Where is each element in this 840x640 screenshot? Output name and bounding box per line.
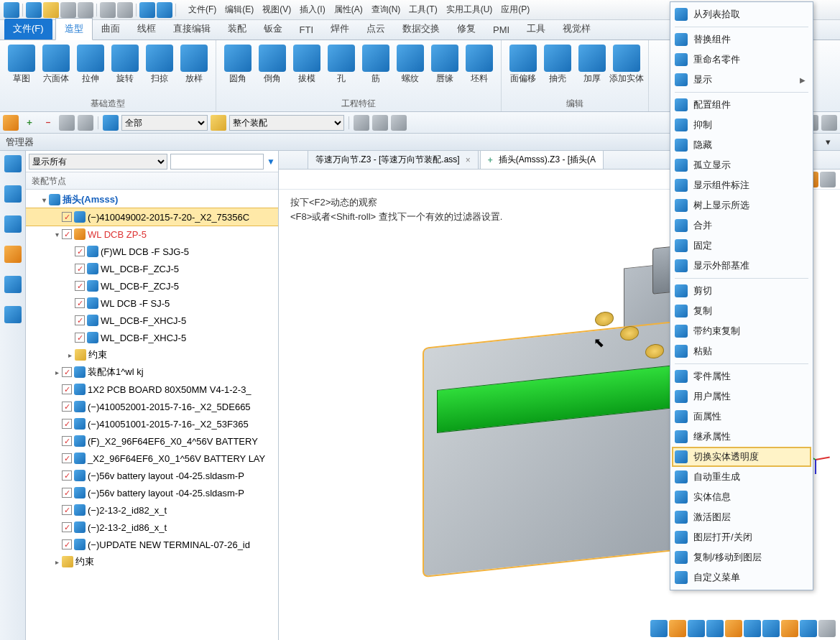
context-menu-item[interactable]: 隐藏 bbox=[672, 135, 811, 155]
tree-node[interactable]: (−)410049002-2015-7-20-_X2_75356C bbox=[26, 208, 278, 226]
bt-icon[interactable] bbox=[744, 620, 761, 637]
tab[interactable]: 视觉样 bbox=[554, 19, 599, 40]
tree-node[interactable]: (−)56v battery layout -04-25.sldasm-P bbox=[26, 467, 278, 484]
context-menu-item[interactable]: 带约束复制 bbox=[672, 321, 811, 341]
menu-attr[interactable]: 属性(A) bbox=[330, 1, 367, 19]
menu-insert[interactable]: 插入(I) bbox=[295, 1, 329, 19]
context-menu-item[interactable]: 自动重生成 bbox=[672, 467, 811, 487]
context-menu-item[interactable]: 重命名零件 bbox=[672, 50, 811, 70]
tree-node[interactable]: _X2_96F64EF6_X0_1^56V BATTERY LAY bbox=[26, 450, 278, 467]
tree-node[interactable]: (−)UPDATE NEW TERMINAL-07-26_id bbox=[26, 536, 278, 553]
context-menu-item[interactable]: 从列表拾取 bbox=[672, 4, 811, 24]
bt-icon[interactable] bbox=[781, 620, 798, 637]
tree-node[interactable]: 1X2 PCB BOARD 80X50MM V4-1-2-3_ bbox=[26, 381, 278, 398]
tab[interactable]: 点云 bbox=[358, 19, 394, 40]
context-menu-item[interactable]: 继承属性 bbox=[672, 427, 811, 447]
filter-combo-2[interactable]: 整个装配 bbox=[229, 115, 344, 131]
bt-icon[interactable] bbox=[800, 620, 817, 637]
context-menu-item[interactable]: 显示▶ bbox=[672, 70, 811, 90]
context-menu-item[interactable]: 面属性 bbox=[672, 407, 811, 427]
tab[interactable]: 线框 bbox=[129, 19, 165, 40]
tree-node[interactable]: (−)410051001-2015-7-16-_X2_53F365 bbox=[26, 415, 278, 432]
tab-file[interactable]: 文件(F) bbox=[4, 19, 52, 40]
ribbon-button[interactable]: 六面体 bbox=[39, 43, 73, 96]
tree-node[interactable]: WL_DCB-F_XHCJ-5 bbox=[26, 312, 278, 329]
ribbon-button[interactable]: 面偏移 bbox=[506, 43, 540, 96]
context-menu-item[interactable]: 孤立显示 bbox=[672, 155, 811, 175]
context-menu-item[interactable]: 复制/移动到图层 bbox=[672, 547, 811, 567]
tab[interactable]: 修复 bbox=[448, 19, 484, 40]
ribbon-button[interactable]: 坯料 bbox=[462, 43, 497, 96]
tree-node[interactable]: WL DCB -F SJ-5 bbox=[26, 295, 278, 312]
collapse-icon[interactable]: ▾ bbox=[826, 136, 837, 148]
layers-icon[interactable] bbox=[4, 215, 22, 233]
menu-util[interactable]: 实用工具(U) bbox=[442, 1, 497, 19]
tree-node[interactable]: ▾插头(Amsss) bbox=[26, 191, 278, 208]
undo-icon[interactable] bbox=[100, 2, 116, 18]
tab[interactable]: 直接编辑 bbox=[165, 19, 219, 40]
tab[interactable]: 曲面 bbox=[93, 19, 129, 40]
bt-icon[interactable] bbox=[725, 620, 742, 637]
redo-icon[interactable] bbox=[117, 2, 133, 18]
doc-tab-inactive[interactable]: 等速万向节.Z3 - [等速万向节装配.ass]× bbox=[308, 150, 479, 169]
tree-node[interactable]: (−)2-13-2_id82_x_t bbox=[26, 501, 278, 519]
menu-view[interactable]: 视图(V) bbox=[258, 1, 295, 19]
filter-icon[interactable]: ▼ bbox=[267, 157, 275, 167]
browser-icon[interactable] bbox=[4, 155, 22, 172]
doc-tab-active[interactable]: + 插头(Amsss).Z3 - [插头(A bbox=[480, 150, 604, 169]
ribbon-button[interactable]: 草图 bbox=[4, 43, 39, 96]
save-icon[interactable] bbox=[60, 2, 76, 18]
ribbon-button[interactable]: 拉伸 bbox=[73, 43, 108, 96]
tab-active[interactable]: 造型 bbox=[55, 18, 93, 40]
tree-node[interactable]: ▸约束 bbox=[26, 553, 278, 570]
tab[interactable]: PMI bbox=[484, 21, 518, 40]
tree-body[interactable]: ▾插头(Amsss)(−)410049002-2015-7-20-_X2_753… bbox=[26, 190, 278, 640]
grid-icon[interactable] bbox=[59, 115, 75, 131]
ribbon-button[interactable]: 加厚 bbox=[575, 43, 609, 96]
ribbon-button[interactable]: 圆角 bbox=[221, 43, 255, 96]
tree-node[interactable]: ▸约束 bbox=[26, 346, 278, 363]
tree-node[interactable]: WL_DCB-F_XHCJ-5 bbox=[26, 329, 278, 346]
context-menu-item[interactable]: 粘贴 bbox=[672, 341, 811, 361]
context-menu-item[interactable]: 显示组件标注 bbox=[672, 175, 811, 195]
plus-icon[interactable]: ＋ bbox=[22, 115, 37, 131]
tree-node[interactable]: WL_DCB-F_ZCJ-5 bbox=[26, 260, 278, 277]
rt4-icon[interactable] bbox=[821, 115, 837, 131]
tool-icon[interactable] bbox=[139, 2, 155, 18]
context-menu-item[interactable]: 固定 bbox=[672, 236, 811, 256]
ribbon-button[interactable]: 添加实体 bbox=[609, 43, 644, 96]
context-menu-item[interactable]: 剪切 bbox=[672, 281, 811, 301]
ribbon-button[interactable]: 扫掠 bbox=[142, 43, 177, 96]
tree-node[interactable]: (−)56v battery layout -04-25.sldasm-P bbox=[26, 484, 278, 501]
context-menu-item[interactable]: 复制 bbox=[672, 301, 811, 321]
context-menu-item[interactable]: 显示外部基准 bbox=[672, 256, 811, 276]
tab[interactable]: FTI bbox=[291, 21, 323, 40]
bt-icon[interactable] bbox=[818, 620, 836, 637]
tree-node[interactable]: (−)2-13-2_id86_x_t bbox=[26, 519, 278, 536]
tree-node[interactable]: WL_DCB-F_ZCJ-5 bbox=[26, 277, 278, 295]
t2-icon[interactable] bbox=[372, 115, 388, 131]
tree-show-combo[interactable]: 显示所有 bbox=[29, 154, 167, 170]
render-icon[interactable] bbox=[4, 246, 22, 263]
tab[interactable]: 工具 bbox=[518, 19, 554, 40]
ribbon-button[interactable]: 抽壳 bbox=[540, 43, 575, 96]
menu-query[interactable]: 查询(N) bbox=[367, 1, 405, 19]
context-menu-item[interactable]: 图层打开/关闭 bbox=[672, 527, 811, 547]
ribbon-button[interactable]: 旋转 bbox=[108, 43, 142, 96]
grid2-icon[interactable] bbox=[78, 115, 93, 131]
bt-icon[interactable] bbox=[650, 620, 668, 637]
context-menu-item[interactable]: 配置组件 bbox=[672, 95, 811, 115]
context-menu-item[interactable]: 树上显示所选 bbox=[672, 195, 811, 215]
minus-icon[interactable]: － bbox=[40, 115, 56, 131]
ribbon-button[interactable]: 倒角 bbox=[255, 43, 290, 96]
tree-node[interactable]: (F)WL DCB -F SJG-5 bbox=[26, 243, 278, 260]
menu-app[interactable]: 应用(P) bbox=[497, 1, 534, 19]
tree-node[interactable]: ▾WL DCB ZP-5 bbox=[26, 226, 278, 243]
bt-icon[interactable] bbox=[762, 620, 780, 637]
context-menu-item[interactable]: 零件属性 bbox=[672, 366, 811, 386]
bt-icon[interactable] bbox=[688, 620, 705, 637]
context-menu-item[interactable]: 替换组件 bbox=[672, 29, 811, 50]
tab[interactable]: 钣金 bbox=[255, 19, 291, 40]
tab[interactable]: 装配 bbox=[219, 19, 255, 40]
tab[interactable]: 数据交换 bbox=[394, 19, 448, 40]
